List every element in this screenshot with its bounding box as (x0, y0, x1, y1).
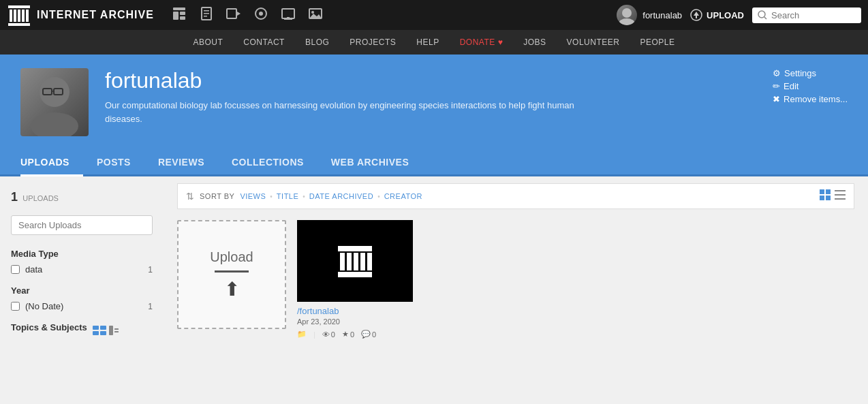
secondary-navigation: ABOUT CONTACT BLOG PROJECTS HELP DONATE … (0, 30, 868, 55)
svg-rect-15 (227, 9, 236, 18)
svg-point-26 (619, 18, 635, 25)
sort-views[interactable]: VIEWS (240, 192, 266, 200)
svg-rect-49 (835, 194, 846, 196)
grid-view-toggle[interactable] (820, 189, 831, 203)
eye-icon: 👁 (322, 330, 330, 339)
nav-blog[interactable]: BLOG (305, 37, 329, 47)
filter-data-label: data (25, 264, 42, 275)
logo-icon (7, 3, 31, 27)
svg-rect-9 (180, 12, 185, 15)
svg-rect-55 (354, 253, 358, 270)
filter-item-nodate: (No Date) 1 (11, 301, 153, 311)
list-view-toggle[interactable] (835, 189, 846, 203)
svg-rect-29 (696, 16, 697, 18)
sort-date-archived[interactable]: DATE ARCHIVED (309, 192, 373, 200)
sort-creator[interactable]: CREATOR (384, 192, 422, 200)
svg-rect-56 (360, 253, 365, 270)
filter-nodate-label: (No Date) (25, 301, 63, 311)
svg-point-18 (259, 12, 263, 16)
edit-icon: ✏ (773, 81, 780, 91)
texts-nav-icon[interactable] (199, 6, 214, 25)
svg-rect-43 (114, 331, 119, 332)
tab-reviews[interactable]: REVIEWS (144, 150, 218, 176)
svg-rect-50 (835, 198, 846, 200)
top-navigation: INTERNET ARCHIVE fortunalab (0, 0, 868, 30)
svg-rect-57 (367, 253, 372, 270)
topics-subjects-filter: Topics & Subjects (11, 322, 153, 338)
software-nav-icon[interactable] (281, 6, 296, 25)
svg-rect-40 (100, 331, 106, 335)
tab-posts[interactable]: POSTS (83, 150, 144, 176)
media-type-filter: Media Type data 1 (11, 249, 153, 275)
video-nav-icon[interactable] (226, 6, 241, 25)
audio-nav-icon[interactable] (253, 6, 268, 25)
upload-placeholder[interactable]: Upload ⬆ (177, 220, 286, 329)
item-views-stat: 👁 0 (322, 330, 335, 339)
upload-button[interactable]: UPLOAD (690, 9, 744, 21)
svg-rect-1 (8, 23, 30, 26)
svg-rect-44 (820, 189, 824, 194)
nav-donate[interactable]: DONATE ♥ (460, 37, 503, 47)
filter-nodate-count: 1 (148, 302, 153, 311)
svg-rect-52 (338, 272, 372, 277)
settings-button[interactable]: ⚙ Settings (773, 68, 848, 78)
filter-data-checkbox[interactable] (11, 265, 20, 274)
topics-icon (93, 326, 120, 335)
comment-icon: 💬 (361, 330, 371, 339)
search-uploads-input[interactable] (11, 215, 153, 235)
profile-avatar (20, 68, 89, 136)
profile-tabs: UPLOADS POSTS REVIEWS COLLECTIONS WEB AR… (0, 150, 868, 176)
nav-volunteer[interactable]: VOLUNTEER (567, 37, 620, 47)
site-logo[interactable]: INTERNET ARCHIVE (7, 3, 154, 27)
main-content: 1 UPLOADS Media Type data 1 Year (No Dat… (0, 176, 868, 404)
svg-point-25 (622, 8, 632, 18)
profile-actions: ⚙ Settings ✏ Edit ✖ Remove items... (773, 68, 848, 104)
folder-icon: 📁 (297, 330, 307, 339)
remove-icon: ✖ (773, 94, 780, 104)
item-date: Apr 23, 2020 (297, 317, 413, 326)
filter-nodate-checkbox[interactable] (11, 302, 20, 311)
star-icon: ★ (342, 330, 349, 339)
user-area[interactable]: fortunalab (617, 5, 682, 25)
images-nav-icon[interactable] (308, 6, 323, 25)
svg-rect-5 (22, 10, 25, 22)
svg-rect-46 (820, 196, 824, 200)
edit-button[interactable]: ✏ Edit (773, 81, 848, 91)
sort-arrows-icon: ⇅ (186, 191, 194, 202)
svg-rect-13 (204, 13, 209, 14)
sort-bar: ⇅ SORT BY VIEWS • TITLE • DATE ARCHIVED … (177, 183, 854, 209)
nav-people[interactable]: PEOPLE (640, 37, 675, 47)
tab-web-archives[interactable]: WEB ARCHIVES (317, 150, 422, 176)
nav-help[interactable]: HELP (416, 37, 439, 47)
sort-options: VIEWS • TITLE • DATE ARCHIVED • CREATOR (240, 192, 814, 200)
svg-rect-48 (835, 190, 846, 191)
svg-rect-14 (204, 16, 207, 17)
svg-rect-51 (338, 246, 372, 251)
item-card[interactable]: /fortunalab Apr 23, 2020 📁 | 👁 0 ★ 0 (297, 220, 413, 339)
content-area: ⇅ SORT BY VIEWS • TITLE • DATE ARCHIVED … (164, 176, 868, 404)
nav-right-area: fortunalab UPLOAD (617, 5, 861, 25)
svg-line-31 (764, 17, 766, 19)
svg-rect-2 (10, 10, 12, 22)
site-name: INTERNET ARCHIVE (37, 9, 154, 21)
svg-rect-7 (173, 7, 185, 10)
nav-about[interactable]: ABOUT (193, 37, 223, 47)
avatar (617, 5, 637, 25)
remove-items-button[interactable]: ✖ Remove items... (773, 94, 848, 104)
topics-subjects-section: Topics & Subjects (11, 322, 153, 338)
svg-rect-19 (282, 9, 294, 18)
upload-divider (215, 270, 249, 273)
nav-projects[interactable]: PROJECTS (350, 37, 396, 47)
global-search-box[interactable] (752, 7, 861, 23)
tab-uploads[interactable]: UPLOADS (20, 150, 83, 176)
nav-contact[interactable]: CONTACT (243, 37, 285, 47)
sort-title[interactable]: TITLE (277, 192, 298, 200)
tab-collections[interactable]: COLLECTIONS (218, 150, 317, 176)
svg-rect-6 (26, 10, 29, 22)
search-input[interactable] (771, 10, 853, 20)
web-nav-icon[interactable] (172, 6, 187, 25)
username-display: fortunalab (642, 10, 682, 20)
svg-rect-0 (8, 5, 30, 8)
nav-jobs[interactable]: JOBS (523, 37, 546, 47)
sort-by-label: SORT BY (200, 192, 234, 200)
